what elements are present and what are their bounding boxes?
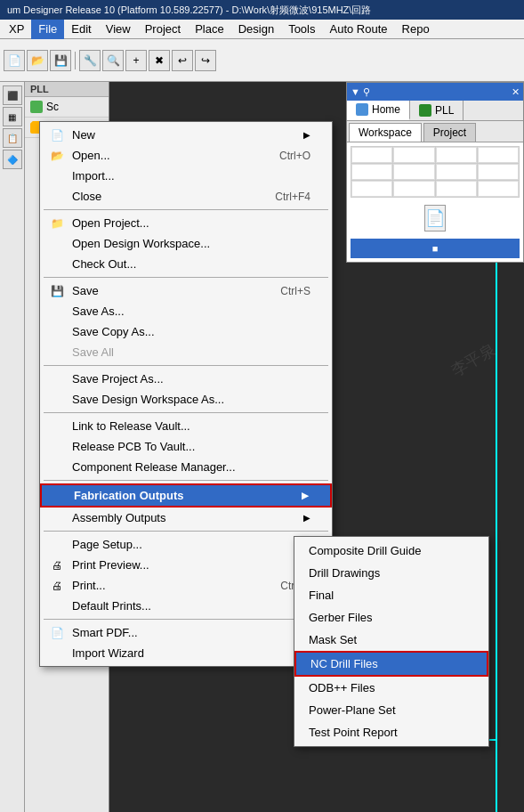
dd-checkout-label: Check Out... — [72, 257, 136, 271]
dd-print-preview-label: Print Preview... — [72, 558, 149, 572]
dd-page-setup[interactable]: Page Setup... — [40, 534, 332, 555]
submenu-test-point-report[interactable]: Test Point Report — [294, 721, 488, 743]
submenu-drill-drawings[interactable]: Drill Drawings — [294, 562, 488, 584]
dd-save-project[interactable]: Save Project As... — [40, 369, 332, 389]
workspace-content: 📄 ■ — [347, 142, 523, 262]
assembly-icon — [49, 511, 65, 525]
toolbar-btn4[interactable]: + — [125, 50, 147, 71]
submenu-odb-files[interactable]: ODB++ Files — [294, 677, 488, 699]
save-icon: 💾 — [49, 284, 65, 298]
dd-close[interactable]: Close Ctrl+F4 — [40, 186, 332, 207]
dd-smart-pdf-label: Smart PDF... — [72, 626, 138, 639]
dd-open[interactable]: 📂 Open... Ctrl+O — [40, 145, 332, 166]
sidebar-icon-1[interactable]: ⬛ — [3, 85, 22, 105]
grid-cell-11 — [436, 181, 477, 197]
sidebar-icon-4[interactable]: 🔷 — [3, 150, 22, 169]
workspace-panel-header: ▼ ⚲ ✕ — [347, 83, 523, 101]
sidebar-icon-2[interactable]: ▦ — [3, 107, 22, 126]
grid-cell-5 — [351, 164, 392, 180]
test-point-report-label: Test Point Report — [309, 726, 398, 739]
dd-link-release[interactable]: Link to Release Vault... — [40, 416, 332, 436]
grid-cell-7 — [436, 164, 477, 180]
dd-default-prints[interactable]: Default Prints... — [40, 596, 332, 616]
dd-save-design[interactable]: Save Design Workspace As... — [40, 389, 332, 410]
title-bar: um Designer Release 10 (Platform 10.589.… — [0, 0, 524, 20]
submenu-gerber-files[interactable]: Gerber Files — [294, 606, 488, 629]
dd-import-wizard[interactable]: Import Wizard — [40, 643, 332, 663]
composite-drill-guide-label: Composite Drill Guide — [309, 544, 421, 557]
close-shortcut: Ctrl+F4 — [275, 191, 310, 203]
workspace-sub-tab-project[interactable]: Project — [423, 123, 476, 142]
dd-print-label: Print... — [72, 579, 106, 592]
menu-repo[interactable]: Repo — [395, 20, 437, 39]
dd-smart-pdf[interactable]: 📄 Smart PDF... — [40, 622, 332, 643]
toolbar-new-btn[interactable]: 📄 — [4, 50, 25, 71]
menu-autoroute[interactable]: Auto Route — [322, 20, 394, 39]
save-copy-icon — [49, 325, 65, 339]
menu-project[interactable]: Project — [138, 20, 188, 39]
open-design-icon — [49, 237, 65, 251]
new-arrow: ▶ — [303, 130, 310, 140]
submenu-nc-drill-files[interactable]: NC Drill Files — [294, 651, 488, 677]
dd-save-project-label: Save Project As... — [72, 372, 164, 386]
dd-save-copy[interactable]: Save Copy As... — [40, 321, 332, 342]
toolbar-btn7[interactable]: ↪ — [195, 50, 216, 71]
dd-open-design[interactable]: Open Design Workspace... — [40, 233, 332, 254]
menu-place[interactable]: Place — [188, 20, 231, 39]
workspace-panel-title: ▼ ⚲ — [351, 86, 370, 98]
menu-edit[interactable]: Edit — [64, 20, 98, 39]
dd-save-as[interactable]: Save As... — [40, 301, 332, 321]
toolbar-btn6[interactable]: ↩ — [172, 50, 193, 71]
menu-tools[interactable]: Tools — [281, 20, 322, 39]
toolbar-btn3[interactable]: 🔍 — [102, 50, 124, 71]
menu-design[interactable]: Design — [231, 20, 281, 39]
dd-open-project[interactable]: 📁 Open Project... — [40, 213, 332, 233]
dd-fabrication[interactable]: Fabrication Outputs ▶ — [40, 483, 332, 508]
menu-file[interactable]: File — [31, 20, 64, 39]
menu-xp[interactable]: XP — [2, 20, 31, 39]
dd-print[interactable]: 🖨 Print... Ctrl+P — [40, 575, 332, 596]
dd-open-label: Open... — [72, 149, 110, 162]
workspace-sub-tab-project-label: Project — [433, 126, 466, 139]
menu-view[interactable]: View — [99, 20, 138, 39]
dd-page-setup-label: Page Setup... — [72, 538, 142, 551]
dd-print-preview[interactable]: 🖨 Print Preview... — [40, 555, 332, 575]
sidebar-icon-3[interactable]: 📋 — [3, 128, 22, 148]
workspace-tab-home[interactable]: Home — [347, 101, 410, 120]
workspace-close-btn[interactable]: ✕ — [512, 86, 520, 98]
dd-component-release[interactable]: Component Release Manager... — [40, 457, 332, 477]
left-panel-item-sc[interactable]: Sc — [25, 97, 109, 118]
file-dropdown: 📄 New ▶ 📂 Open... Ctrl+O Import... Close… — [39, 121, 333, 667]
dd-save-as-label: Save As... — [72, 304, 125, 318]
toolbar-btn2[interactable]: 🔧 — [79, 50, 101, 71]
dd-default-prints-label: Default Prints... — [72, 599, 151, 613]
grid-cell-12 — [478, 181, 519, 197]
dd-sep6 — [44, 531, 328, 532]
toolbar-save-btn[interactable]: 💾 — [50, 50, 71, 71]
submenu-power-plane-set[interactable]: Power-Plane Set — [294, 699, 488, 721]
toolbar-btn5[interactable]: ✖ — [149, 50, 170, 71]
submenu-mask-set[interactable]: Mask Set — [294, 629, 488, 651]
print-icon: 🖨 — [49, 579, 65, 593]
dd-save-copy-label: Save Copy As... — [72, 325, 155, 338]
drill-drawings-label: Drill Drawings — [309, 566, 380, 580]
open-shortcut: Ctrl+O — [279, 150, 310, 162]
fabrication-submenu: Composite Drill Guide Drill Drawings Fin… — [294, 536, 489, 747]
workspace-tab-pll[interactable]: PLL — [410, 101, 464, 120]
odb-files-label: ODB++ Files — [309, 681, 375, 694]
submenu-final[interactable]: Final — [294, 584, 488, 606]
toolbar-open-btn[interactable]: 📂 — [27, 50, 48, 71]
dd-new[interactable]: 📄 New ▶ — [40, 125, 332, 145]
submenu-composite-drill-guide[interactable]: Composite Drill Guide — [294, 540, 488, 562]
workspace-sub-tab-workspace-label: Workspace — [359, 126, 412, 139]
dd-assembly[interactable]: Assembly Outputs ▶ — [40, 508, 332, 528]
pll-tab-icon — [419, 104, 431, 117]
workspace-sub-tab-workspace[interactable]: Workspace — [349, 123, 422, 142]
dd-import[interactable]: Import... — [40, 166, 332, 186]
grid-cell-3 — [436, 147, 477, 163]
print-preview-icon: 🖨 — [49, 558, 65, 572]
dd-checkout[interactable]: Check Out... — [40, 254, 332, 274]
dd-release-pcb[interactable]: Release PCB To Vault... — [40, 436, 332, 457]
dd-save[interactable]: 💾 Save Ctrl+S — [40, 280, 332, 301]
fabrication-icon — [51, 489, 67, 503]
